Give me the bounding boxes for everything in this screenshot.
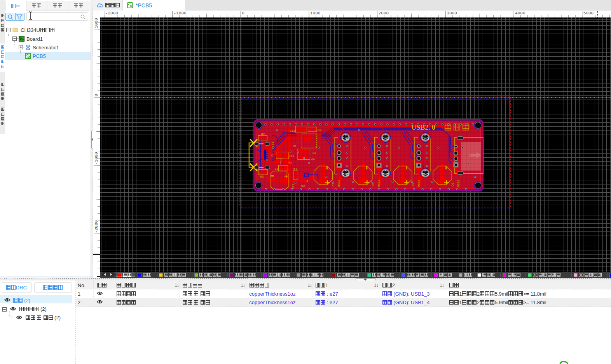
svg-text:-2000: -2000 (94, 220, 99, 233)
svg-text:2000: 2000 (379, 11, 389, 16)
svg-text:1000: 1000 (94, 18, 99, 28)
svg-text:-1000: -1000 (94, 152, 99, 165)
svg-text:1: 1 (175, 283, 177, 287)
svg-text:0: 0 (242, 11, 244, 16)
svg-text:-2000: -2000 (105, 11, 118, 16)
svg-text:-1000: -1000 (174, 11, 187, 16)
svg-text:4000: 4000 (515, 11, 525, 16)
svg-text:1000: 1000 (310, 11, 320, 16)
svg-text:1: 1 (440, 283, 442, 287)
svg-text:1: 1 (374, 283, 377, 287)
svg-text:3000: 3000 (447, 11, 457, 16)
svg-text:5000: 5000 (583, 11, 594, 16)
svg-text:1: 1 (241, 283, 243, 287)
svg-text:1: 1 (307, 283, 310, 287)
svg-text:0: 0 (94, 94, 99, 97)
